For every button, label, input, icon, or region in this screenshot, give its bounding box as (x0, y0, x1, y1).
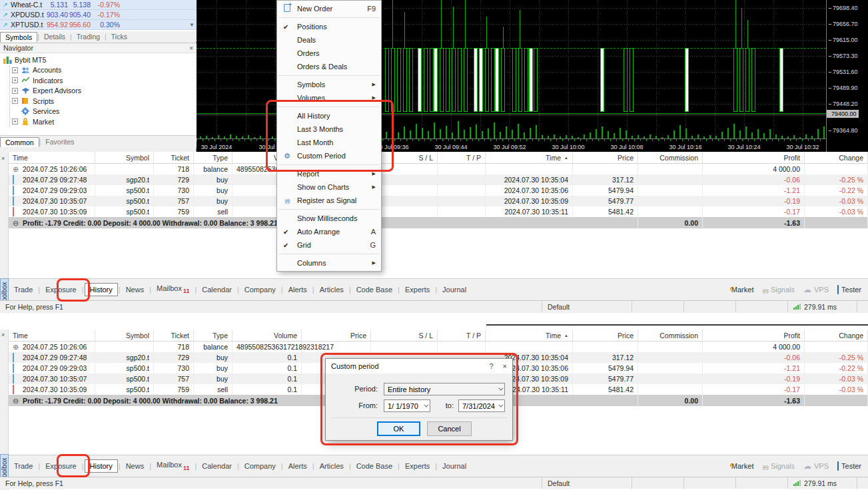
column-header-profit[interactable]: Profit (703, 330, 805, 341)
history-row[interactable]: 2024.07.30 10:35:09sp500.t759sell0.12024… (9, 206, 868, 217)
symbol-row[interactable]: ↗XPDUSD.t903.40905.40-0.17% (0, 10, 197, 20)
tab-trade[interactable]: Trade (9, 284, 37, 296)
tab-experts[interactable]: Experts (400, 460, 434, 472)
menu-item-deals[interactable]: Deals (277, 33, 381, 47)
menu-item-auto-arrange[interactable]: ✔Auto ArrangeA (277, 225, 381, 238)
menu-item-all-history[interactable]: All History (277, 109, 381, 122)
column-header-price[interactable]: Price (573, 152, 638, 163)
tab-trading[interactable]: Trading (72, 32, 105, 42)
chart-price-scale[interactable]: 79698.4079656.7079615.0079573.3079531.60… (826, 0, 868, 153)
panel-toggle-vps[interactable]: ☁VPS (803, 462, 829, 470)
column-header-price[interactable]: Price (573, 330, 638, 341)
period-select[interactable]: Entire history (384, 383, 505, 395)
tab-history[interactable]: History (85, 459, 118, 473)
column-header-change[interactable]: Change (805, 330, 868, 341)
navigator-item-market[interactable]: +Market (12, 117, 197, 127)
column-header-type[interactable]: Type (194, 330, 232, 341)
history-row[interactable]: 2024.07.29 09:29:03sp500.t730buy0.12024.… (9, 185, 868, 196)
tab-news[interactable]: News (121, 460, 149, 472)
scroll-down-icon[interactable]: ▼ (189, 22, 195, 28)
menu-item-columns[interactable]: Columns▶ (277, 256, 381, 270)
history-row[interactable]: 2024.07.29 09:27:48sgp20.t729buy0.12024.… (9, 174, 868, 185)
column-header-ticket[interactable]: Ticket (154, 152, 194, 163)
menu-item-positions[interactable]: ✔Positions (277, 20, 381, 33)
tab-code-base[interactable]: Code Base (352, 284, 397, 296)
expand-icon[interactable]: + (12, 77, 18, 83)
column-header-volume[interactable]: Volume (232, 330, 302, 341)
column-header-commission[interactable]: Commission (638, 152, 703, 163)
column-header-type[interactable]: Type (194, 152, 232, 163)
to-date-picker[interactable]: 7/31/2024 (458, 399, 505, 412)
status-profile[interactable]: Default (542, 301, 632, 312)
tab-exposure[interactable]: Exposure (41, 284, 81, 296)
tab-articles[interactable]: Articles (315, 460, 348, 472)
column-header-commission[interactable]: Commission (638, 330, 703, 341)
menu-item-show-milliseconds[interactable]: Show Milliseconds (277, 212, 381, 225)
tab-symbols[interactable]: Symbols (0, 32, 37, 42)
expand-icon[interactable]: + (12, 67, 18, 73)
symbol-row[interactable]: ↗Wheat-C.t5.1315.138-0.97% (0, 0, 197, 10)
column-header-t-p[interactable]: T / P (438, 152, 486, 163)
status-profile[interactable]: Default (542, 477, 632, 489)
column-header-time[interactable]: Time (9, 152, 95, 163)
column-header-time[interactable]: Time▲ (486, 152, 573, 163)
ok-button[interactable]: OK (377, 421, 420, 436)
navigator-item-expert-advisors[interactable]: +Expert Advisors (12, 86, 197, 97)
menu-item-orders-deals[interactable]: Orders & Deals (277, 60, 381, 73)
tab-history[interactable]: History (85, 283, 118, 296)
tab-company[interactable]: Company (240, 460, 280, 472)
tab-exposure[interactable]: Exposure (41, 460, 81, 472)
history-row[interactable]: ⊕2024.07.25 10:26:06718balance4895508253… (9, 342, 868, 352)
menu-item-register-as-signal[interactable]: ((•))Register as Signal (277, 194, 381, 207)
close-icon[interactable]: × (189, 45, 193, 52)
navigator-item-services[interactable]: Services (12, 107, 197, 117)
menu-item-symbols[interactable]: Symbols▶ (277, 78, 381, 91)
panel-toggle-market[interactable]: Market (729, 286, 754, 294)
column-header-ticket[interactable]: Ticket (154, 330, 194, 341)
tab-trade[interactable]: Trade (9, 460, 37, 472)
panel-toggle-tester[interactable]: Tester (837, 462, 861, 470)
tab-ticks[interactable]: Ticks (107, 32, 132, 42)
status-grip[interactable] (857, 301, 868, 312)
expand-icon[interactable]: + (12, 98, 18, 104)
tab-favorites[interactable]: Favorites (41, 137, 79, 147)
history-row[interactable]: 2024.07.30 10:35:07sp500.t757buy0.12024.… (9, 196, 868, 206)
column-header-symbol[interactable]: Symbol (95, 330, 154, 341)
tab-alerts[interactable]: Alerts (284, 284, 312, 296)
menu-item-new-order[interactable]: New OrderF9 (277, 2, 381, 15)
close-icon[interactable]: × (503, 362, 507, 370)
menu-item-report[interactable]: Report▶ (277, 167, 381, 180)
expand-icon[interactable]: + (12, 88, 18, 94)
dialog-titlebar[interactable]: Custom period ? × (326, 359, 512, 373)
tab-code-base[interactable]: Code Base (352, 460, 397, 472)
history-row[interactable]: ⊕2024.07.25 10:26:06718balance4895508253… (9, 164, 868, 174)
navigator-item-accounts[interactable]: +Accounts (12, 65, 197, 76)
column-header-s-l[interactable]: S / L (371, 330, 438, 341)
navigator-item-indicators[interactable]: +Indicators (12, 75, 197, 86)
help-icon[interactable]: ? (489, 362, 493, 370)
tab-alerts[interactable]: Alerts (284, 460, 312, 472)
panel-toggle-signals[interactable]: ((•))Signals (762, 286, 795, 294)
menu-item-last-3-months[interactable]: Last 3 Months (277, 122, 381, 136)
column-header-time[interactable]: Time (9, 330, 95, 341)
column-header-t-p[interactable]: T / P (438, 330, 486, 341)
menu-item-orders[interactable]: Orders (277, 47, 381, 60)
cancel-button[interactable]: Cancel (427, 421, 472, 436)
menu-item-volumes[interactable]: Volumes▶ (277, 91, 381, 105)
tab-calendar[interactable]: Calendar (197, 460, 236, 472)
tab-experts[interactable]: Experts (400, 284, 434, 296)
column-header-price[interactable]: Price (302, 330, 371, 341)
tab-articles[interactable]: Articles (315, 284, 348, 296)
navigator-item-root[interactable]: Bybit MT5 (3, 55, 197, 65)
tab-details[interactable]: Details (39, 32, 70, 42)
menu-item-last-month[interactable]: Last Month (277, 136, 381, 149)
navigator-item-scripts[interactable]: +Scripts (12, 96, 197, 107)
status-grip[interactable] (857, 477, 868, 489)
menu-item-custom-period[interactable]: ⚙Custom Period (277, 149, 381, 162)
close-icon[interactable]: × (1, 332, 5, 338)
tab-journal[interactable]: Journal (438, 460, 471, 472)
from-date-picker[interactable]: 1/ 1/1970 (384, 399, 430, 412)
tab-company[interactable]: Company (240, 284, 280, 296)
tab-news[interactable]: News (121, 284, 149, 296)
column-header-symbol[interactable]: Symbol (95, 152, 154, 163)
